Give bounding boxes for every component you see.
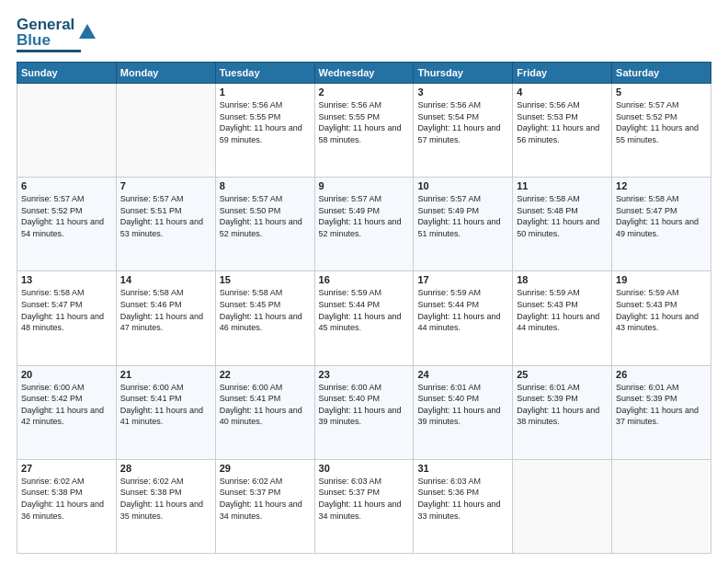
day-number: 24 [417, 369, 508, 380]
calendar-cell: 22Sunrise: 6:00 AMSunset: 5:41 PMDayligh… [215, 365, 314, 459]
cell-info: Sunset: 5:41 PM [120, 393, 211, 405]
cell-info: Sunrise: 5:58 AM [616, 193, 707, 205]
day-number: 20 [21, 369, 112, 380]
cell-info: Sunrise: 5:59 AM [616, 287, 707, 299]
calendar-cell [116, 84, 215, 178]
day-number: 16 [319, 274, 410, 285]
cell-info: Sunrise: 5:59 AM [319, 287, 410, 299]
day-number: 12 [616, 180, 707, 191]
cell-info: Sunset: 5:47 PM [616, 205, 707, 217]
cell-info: Sunset: 5:37 PM [319, 487, 410, 499]
cell-info: Sunset: 5:44 PM [417, 299, 508, 311]
cell-info: Daylight: 11 hours and 34 minutes. [220, 499, 311, 522]
cell-info: Daylight: 11 hours and 44 minutes. [517, 311, 608, 334]
day-number: 9 [319, 180, 410, 191]
day-number: 15 [220, 274, 311, 285]
cell-info: Daylight: 11 hours and 36 minutes. [21, 499, 112, 522]
calendar-cell [513, 459, 612, 553]
cell-info: Sunset: 5:39 PM [517, 393, 608, 405]
cell-info: Sunrise: 5:58 AM [21, 287, 112, 299]
header-thursday: Thursday [414, 63, 513, 84]
cell-info: Sunset: 5:37 PM [220, 487, 311, 499]
day-number: 2 [319, 86, 410, 98]
cell-info: Daylight: 11 hours and 53 minutes. [120, 216, 211, 239]
calendar-cell: 24Sunrise: 6:01 AMSunset: 5:40 PMDayligh… [414, 365, 513, 459]
calendar-cell: 15Sunrise: 5:58 AMSunset: 5:45 PMDayligh… [215, 271, 314, 365]
cell-info: Sunset: 5:41 PM [220, 393, 311, 405]
day-number: 13 [21, 274, 112, 285]
day-number: 4 [517, 86, 608, 98]
calendar-header-row: Sunday Monday Tuesday Wednesday Thursday… [17, 63, 711, 84]
cell-info: Daylight: 11 hours and 34 minutes. [319, 499, 410, 522]
cell-info: Sunrise: 6:00 AM [220, 382, 311, 394]
calendar-cell: 28Sunrise: 6:02 AMSunset: 5:38 PMDayligh… [116, 459, 215, 553]
cell-info: Daylight: 11 hours and 55 minutes. [616, 122, 707, 145]
cell-info: Sunrise: 6:02 AM [120, 476, 211, 488]
cell-info: Sunset: 5:38 PM [21, 487, 112, 499]
cell-info: Daylight: 11 hours and 45 minutes. [319, 311, 410, 334]
header-tuesday: Tuesday [215, 63, 314, 84]
calendar-cell: 3Sunrise: 5:56 AMSunset: 5:54 PMDaylight… [414, 84, 513, 178]
cell-info: Sunset: 5:49 PM [319, 205, 410, 217]
calendar-cell: 14Sunrise: 5:58 AMSunset: 5:46 PMDayligh… [116, 271, 215, 365]
day-number: 25 [517, 369, 608, 380]
calendar-cell: 27Sunrise: 6:02 AMSunset: 5:38 PMDayligh… [17, 459, 117, 553]
cell-info: Sunrise: 6:00 AM [120, 382, 211, 394]
cell-info: Daylight: 11 hours and 38 minutes. [517, 405, 608, 428]
day-number: 19 [616, 274, 707, 285]
cell-info: Sunrise: 5:59 AM [417, 287, 508, 299]
calendar-cell: 2Sunrise: 5:56 AMSunset: 5:55 PMDaylight… [314, 84, 414, 178]
cell-info: Sunrise: 5:56 AM [417, 99, 508, 111]
logo-icon [77, 22, 97, 42]
page: General Blue Sunday Monday Tuesday [0, 0, 728, 563]
cell-info: Daylight: 11 hours and 57 minutes. [417, 122, 508, 145]
cell-info: Sunset: 5:48 PM [517, 205, 608, 217]
cell-info: Daylight: 11 hours and 39 minutes. [417, 405, 508, 428]
cell-info: Sunset: 5:43 PM [517, 299, 608, 311]
header: General Blue [17, 17, 711, 52]
day-number: 23 [319, 369, 410, 380]
calendar-cell: 31Sunrise: 6:03 AMSunset: 5:36 PMDayligh… [414, 459, 513, 553]
cell-info: Daylight: 11 hours and 43 minutes. [616, 311, 707, 334]
calendar-cell [612, 459, 711, 553]
cell-info: Daylight: 11 hours and 49 minutes. [616, 216, 707, 239]
cell-info: Sunrise: 5:57 AM [120, 193, 211, 205]
cell-info: Daylight: 11 hours and 56 minutes. [517, 122, 608, 145]
header-sunday: Sunday [17, 63, 117, 84]
cell-info: Sunrise: 5:57 AM [319, 193, 410, 205]
day-number: 31 [417, 463, 508, 474]
calendar-cell: 25Sunrise: 6:01 AMSunset: 5:39 PMDayligh… [513, 365, 612, 459]
cell-info: Sunrise: 5:58 AM [120, 287, 211, 299]
day-number: 27 [21, 463, 112, 474]
cell-info: Sunrise: 5:58 AM [517, 193, 608, 205]
cell-info: Sunrise: 6:01 AM [616, 382, 707, 394]
cell-info: Sunset: 5:47 PM [21, 299, 112, 311]
day-number: 21 [120, 369, 211, 380]
calendar-cell: 13Sunrise: 5:58 AMSunset: 5:47 PMDayligh… [17, 271, 117, 365]
cell-info: Sunrise: 5:58 AM [220, 287, 311, 299]
calendar-cell: 6Sunrise: 5:57 AMSunset: 5:52 PMDaylight… [17, 178, 117, 271]
day-number: 17 [417, 274, 508, 285]
cell-info: Daylight: 11 hours and 42 minutes. [21, 405, 112, 428]
calendar-cell: 19Sunrise: 5:59 AMSunset: 5:43 PMDayligh… [612, 271, 711, 365]
cell-info: Sunrise: 5:57 AM [21, 193, 112, 205]
cell-info: Sunrise: 6:00 AM [319, 382, 410, 394]
header-wednesday: Wednesday [314, 63, 414, 84]
logo-blue: Blue [17, 32, 74, 48]
cell-info: Sunset: 5:55 PM [319, 111, 410, 123]
header-friday: Friday [513, 63, 612, 84]
header-monday: Monday [116, 63, 215, 84]
calendar-cell: 29Sunrise: 6:02 AMSunset: 5:37 PMDayligh… [215, 459, 314, 553]
day-number: 28 [120, 463, 211, 474]
day-number: 6 [21, 180, 112, 191]
cell-info: Sunrise: 6:01 AM [517, 382, 608, 394]
calendar-cell: 23Sunrise: 6:00 AMSunset: 5:40 PMDayligh… [314, 365, 414, 459]
cell-info: Sunset: 5:55 PM [220, 111, 311, 123]
cell-info: Sunrise: 5:56 AM [220, 99, 311, 111]
cell-info: Sunset: 5:39 PM [616, 393, 707, 405]
cell-info: Sunset: 5:36 PM [417, 487, 508, 499]
calendar-cell [17, 84, 117, 178]
day-number: 7 [120, 180, 211, 191]
cell-info: Sunset: 5:52 PM [616, 111, 707, 123]
logo-underline [17, 50, 81, 52]
